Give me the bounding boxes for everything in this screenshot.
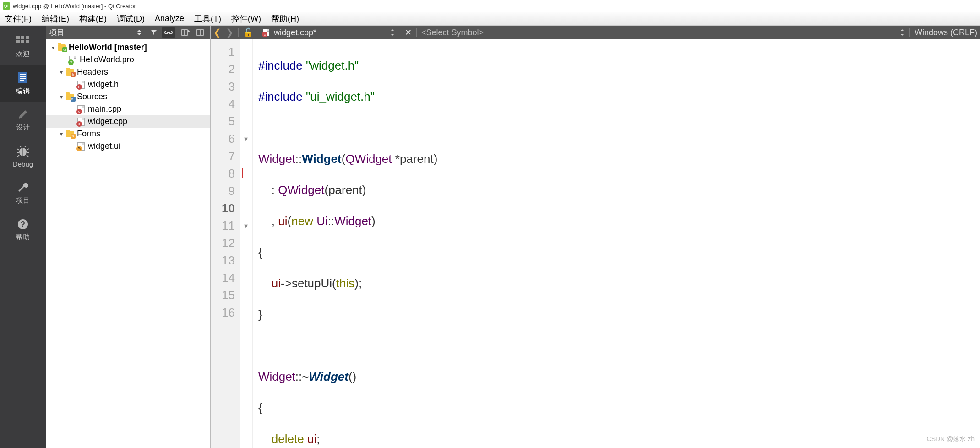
chevron-down-icon[interactable]: ▾ <box>58 69 65 76</box>
code-token: Ui <box>316 214 328 228</box>
menu-edit[interactable]: 编辑(E) <box>42 13 69 24</box>
editor-body[interactable]: 1 2 3 4 5 6 7 8 9 10 11 12 13 14 15 16 ▾ <box>211 39 980 448</box>
folder-icon: h <box>65 69 75 76</box>
document-icon <box>17 71 29 84</box>
project-panel-header: 项目 <box>46 26 210 39</box>
menu-build[interactable]: 构建(B) <box>79 13 107 24</box>
rail-debug[interactable]: Debug <box>0 138 46 175</box>
rail-project[interactable]: 项目 <box>0 175 46 211</box>
line-number[interactable]: 8 <box>222 165 235 182</box>
fold-column[interactable]: ▾ ▾ <box>240 39 253 448</box>
code-token: ui <box>307 432 316 446</box>
back-icon[interactable]: ❮ <box>213 27 221 38</box>
folder-icon: qt <box>57 44 67 51</box>
line-ending-label[interactable]: Windows (CRLF) <box>915 28 977 38</box>
file-selector-icon[interactable] <box>390 29 395 36</box>
menu-file[interactable]: 文件(F) <box>5 13 32 24</box>
rail-design-label: 设计 <box>16 123 30 132</box>
code-token: ui <box>272 276 281 290</box>
code-token: Widget <box>258 152 295 166</box>
fold-marker-icon[interactable]: ▾ <box>240 130 252 147</box>
project-tree[interactable]: ▾ qt HelloWorld [master] qt HelloWorld.p… <box>46 39 210 448</box>
rail-edit[interactable]: 编辑 <box>0 65 46 102</box>
code-token: "ui_widget.h" <box>306 90 375 103</box>
tree-project-label: HelloWorld [master] <box>69 43 147 52</box>
tree-forms-label: Forms <box>77 129 100 139</box>
line-number[interactable]: 13 <box>222 252 235 269</box>
code-token: delete <box>272 432 304 446</box>
editor-filename[interactable]: widget.cpp* <box>274 28 316 38</box>
chevron-down-icon[interactable]: ▾ <box>58 94 65 100</box>
editor-toolbar: ❮ ❯ 🔓 c widget.cpp* ✕ <Select Symbol> Wi… <box>211 26 980 39</box>
line-number[interactable]: 2 <box>222 60 235 78</box>
svg-rect-8 <box>20 76 26 77</box>
line-gutter[interactable]: 1 2 3 4 5 6 7 8 9 10 11 12 13 14 15 16 <box>211 39 240 448</box>
link-icon[interactable] <box>162 27 175 38</box>
wrench-icon <box>17 182 29 194</box>
tree-widget-ui[interactable]: ✎ widget.ui <box>46 140 210 152</box>
tree-main-cpp[interactable]: c main.cpp <box>46 103 210 115</box>
line-number[interactable]: 7 <box>222 147 235 165</box>
line-number[interactable]: 6 <box>222 130 235 147</box>
code-token: ui <box>278 214 287 228</box>
sort-icon[interactable] <box>133 27 146 38</box>
project-panel-title[interactable]: 项目 <box>49 28 64 38</box>
tree-widget-cpp[interactable]: c widget.cpp <box>46 115 210 128</box>
menu-debug[interactable]: 调试(D) <box>117 13 145 24</box>
code-token: QWidget <box>345 152 392 166</box>
line-number[interactable]: 3 <box>222 78 235 95</box>
symbol-selector-icon[interactable] <box>899 29 905 36</box>
svg-rect-9 <box>20 78 26 79</box>
fold-marker-icon[interactable]: ▾ <box>240 217 252 234</box>
split-icon[interactable] <box>194 27 207 38</box>
tree-sources[interactable]: ▾ c+ Sources <box>46 91 210 103</box>
menu-tools[interactable]: 工具(T) <box>194 13 221 24</box>
lock-icon[interactable]: 🔓 <box>243 27 253 38</box>
folder-icon: ✎ <box>65 131 75 137</box>
menu-widgets[interactable]: 控件(W) <box>231 13 261 24</box>
close-icon[interactable]: ✕ <box>405 27 412 38</box>
line-number[interactable]: 9 <box>222 182 235 200</box>
tree-project-root[interactable]: ▾ qt HelloWorld [master] <box>46 41 210 54</box>
line-number[interactable]: 10 <box>222 200 235 217</box>
code-token: Widget <box>302 152 341 166</box>
chevron-down-icon[interactable]: ▾ <box>49 44 57 51</box>
menu-help[interactable]: 帮助(H) <box>271 13 299 24</box>
tree-headers[interactable]: ▾ h Headers <box>46 66 210 78</box>
tree-widget-cpp-label: widget.cpp <box>88 117 127 126</box>
filter-icon[interactable] <box>147 27 160 38</box>
tree-widget-ui-label: widget.ui <box>88 141 120 151</box>
file-icon: c <box>76 118 86 126</box>
line-number[interactable]: 12 <box>222 234 235 252</box>
split-add-icon[interactable] <box>179 27 192 38</box>
line-number[interactable]: 4 <box>222 95 235 113</box>
line-number[interactable]: 5 <box>222 113 235 130</box>
tree-widget-h[interactable]: h widget.h <box>46 78 210 91</box>
line-number[interactable]: 16 <box>222 304 235 321</box>
tree-forms[interactable]: ▾ ✎ Forms <box>46 128 210 140</box>
svg-rect-7 <box>20 74 26 75</box>
rail-welcome[interactable]: 欢迎 <box>0 28 46 65</box>
tree-pro-file[interactable]: qt HelloWorld.pro <box>46 54 210 66</box>
rail-debug-label: Debug <box>13 160 33 168</box>
rail-design[interactable]: 设计 <box>0 102 46 138</box>
line-number[interactable]: 14 <box>222 269 235 286</box>
line-number[interactable]: 15 <box>222 286 235 304</box>
rail-help[interactable]: ? 帮助 <box>0 211 46 248</box>
chevron-down-icon[interactable]: ▾ <box>58 131 65 137</box>
symbol-selector[interactable]: <Select Symbol> <box>421 28 895 38</box>
tree-widget-h-label: widget.h <box>88 80 119 89</box>
question-icon: ? <box>17 218 29 230</box>
code-area[interactable]: #include "widget.h" #include "ui_widget.… <box>253 39 980 448</box>
forward-icon[interactable]: ❯ <box>226 27 234 38</box>
code-token: "widget.h" <box>306 59 359 72</box>
line-number[interactable]: 1 <box>222 43 235 60</box>
svg-rect-1 <box>21 36 24 39</box>
svg-rect-0 <box>16 36 20 39</box>
line-number[interactable]: 11 <box>222 217 235 234</box>
file-icon: qt <box>68 56 78 64</box>
file-icon: c <box>76 105 86 113</box>
menu-bar: 文件(F) 编辑(E) 构建(B) 调试(D) Analyze 工具(T) 控件… <box>0 12 980 26</box>
menu-analyze[interactable]: Analyze <box>155 14 184 23</box>
code-token: this <box>336 276 354 290</box>
